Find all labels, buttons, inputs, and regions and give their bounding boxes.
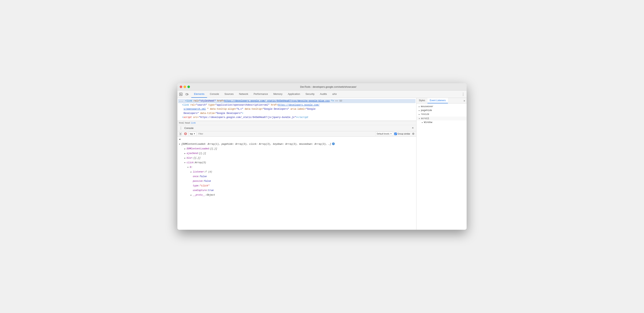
use-capture-line: useCapture: true [178,188,416,193]
tab-sources[interactable]: Sources [222,91,236,98]
ajax-send-line[interactable]: ajaxSend: [{…}] [178,151,416,156]
scroll-triangle[interactable] [419,118,420,119]
settings-icon[interactable]: ⚙ [411,132,415,136]
close-button[interactable] [180,86,182,88]
tabs-list: Elements Console Sources Network Perform… [191,91,459,98]
breadcrumb-head[interactable]: head [185,122,190,124]
blur-line[interactable]: blur: [{…}] [178,156,416,160]
console-close-button[interactable]: × [411,126,415,130]
tab-axe[interactable]: aXe [330,91,339,98]
tab-bar: Elements Console Sources Network Perform… [178,91,466,98]
listener-line[interactable]: listener: f (d) [178,170,416,174]
click-line[interactable]: click: Array(3) [178,160,416,165]
click-0-line[interactable]: 0: [178,165,416,170]
right-panel-more-button[interactable]: » [462,98,466,103]
click-triangle[interactable] [184,161,187,164]
event-list: mouseover pagehide resize scroll [416,103,466,230]
tab-application[interactable]: Application [285,91,303,98]
top-object-line[interactable]: {DOMContentLoaded: Array(1), pagehide: A… [178,142,416,146]
traffic-lights [180,86,190,88]
right-panel-tabs: Styles Event Listeners » [416,98,466,103]
clear-console-button[interactable] [178,132,182,136]
device-toggle-button[interactable] [184,91,190,97]
devtools-window: DevTools - developers.google.com/web/sho… [178,83,466,230]
group-similar-label: Group similar [398,133,410,135]
listener-triangle[interactable] [190,170,193,174]
event-mouseover[interactable]: mouseover [416,105,466,108]
group-similar-container: Group similar [394,133,410,135]
tab-performance[interactable]: Performance [251,91,270,98]
selected-html-line[interactable]: ... <link rel="stylesheet" href=https://… [178,99,416,103]
tab-memory[interactable]: Memory [271,91,285,98]
maximize-button[interactable] [188,86,190,88]
more-tabs-button[interactable]: ⋮ [460,91,466,97]
resize-triangle[interactable] [419,113,420,115]
filter-input[interactable] [198,133,374,135]
event-pagehide[interactable]: pagehide [416,108,466,112]
ajax-triangle[interactable] [184,152,187,155]
tab-styles[interactable]: Styles [416,98,428,103]
back-arrow[interactable]: ◀ [179,138,180,141]
levels-selector[interactable]: Default levels ▼ [376,132,393,136]
left-panel: ... <link rel="stylesheet" href=https://… [178,98,416,230]
passive-line: passive: false [178,179,416,184]
window-title: DevTools - developers.google.com/web/sho… [192,85,464,88]
window-triangle[interactable] [422,122,423,123]
console-output[interactable]: ◀ {DOMContentLoaded: Array(1), pagehide:… [178,137,416,230]
more-indicator: ... [179,99,183,103]
proto-triangle[interactable] [190,193,193,197]
mouseover-triangle[interactable] [419,106,420,108]
title-bar: DevTools - developers.google.com/web/sho… [178,83,466,91]
html-link-line-2c: Developers" data-title="Google Developer… [179,111,415,115]
html-script-line: <script src="https://developers.google.c… [179,115,352,119]
tab-bar-left [178,91,191,98]
tab-event-listeners[interactable]: Event Listeners [428,98,448,103]
tab-network[interactable]: Network [236,91,251,98]
console-section: ⋮ Console × [178,125,416,230]
elements-content: ... <link rel="stylesheet" href=https://… [178,98,416,121]
console-title: Console [184,127,409,129]
group-similar-checkbox[interactable] [394,133,397,135]
top-triangle[interactable] [179,142,181,146]
info-icon[interactable]: i [332,142,335,145]
inspect-element-button[interactable] [178,91,184,97]
event-resize[interactable]: resize [416,112,466,116]
right-panel: Styles Event Listeners » mouseover pageh… [416,98,466,230]
console-toolbar: top ▼ Default levels ▼ Group similar ⚙ [178,131,416,137]
dom-content-loaded-line[interactable]: DOMContentLoaded: [{…}] [178,146,416,151]
tab-bar-right: ⋮ [459,91,466,98]
breadcrumb-html[interactable]: html [179,122,184,124]
console-nav: ◀ [178,137,416,142]
minimize-button[interactable] [184,86,186,88]
main-content: ... <link rel="stylesheet" href=https://… [178,98,466,230]
proto-line[interactable]: __proto__: Object [178,193,416,197]
elements-panel: ... <link rel="stylesheet" href=https://… [178,98,416,121]
html-link-line-2: <link rel="search" type="application/ope… [179,103,415,107]
once-line: once: false [178,174,416,179]
tab-audits[interactable]: Audits [317,91,330,98]
console-header: ⋮ Console × [178,125,416,131]
svg-rect-2 [188,94,188,95]
breadcrumb-link[interactable]: link [191,122,196,124]
svg-rect-1 [186,93,188,95]
scroll-section: scroll Window [416,116,466,125]
breadcrumb: html head link [178,121,416,125]
console-menu-icon[interactable]: ⋮ [179,126,183,130]
tab-elements[interactable]: Elements [191,91,207,98]
click-0-triangle[interactable] [188,166,190,169]
scroll-window-child[interactable]: Window [416,120,466,124]
dom-loaded-triangle[interactable] [184,147,187,151]
tab-security[interactable]: Security [303,91,317,98]
blur-triangle[interactable] [184,156,187,160]
context-selector[interactable]: top ▼ [188,132,196,136]
pagehide-triangle[interactable] [419,110,420,111]
stop-recording-button[interactable] [184,132,188,136]
html-link-line-2b: s/opensearch.xml " data-tooltip-align="b… [179,107,415,111]
tab-console[interactable]: Console [207,91,222,98]
type-line: type: "click" [178,184,416,188]
event-scroll[interactable]: scroll [416,117,466,120]
